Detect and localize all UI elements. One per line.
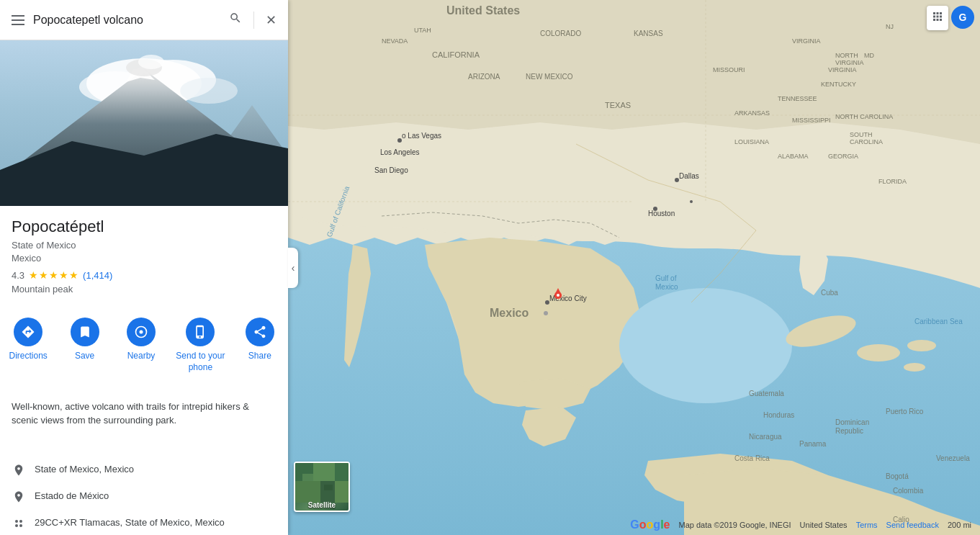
clear-icon[interactable]: ✕ <box>263 9 279 31</box>
plus-code-text: 29CC+XR Tlamacas, State of Mexico, Mexic… <box>35 516 225 530</box>
svg-rect-88 <box>320 481 335 503</box>
directions-icon <box>14 318 42 346</box>
rating-number: 4.3 <box>12 270 24 281</box>
star-1: ★ <box>29 269 38 281</box>
svg-point-75 <box>690 200 693 203</box>
svg-text:NORTH: NORTH <box>835 52 858 59</box>
avatar-initial: G <box>959 12 967 23</box>
info-section: State of Mexico, Mexico Estado de México <box>0 451 288 535</box>
svg-text:Houston: Houston <box>648 210 675 217</box>
svg-text:NORTH CAROLINA: NORTH CAROLINA <box>835 113 893 120</box>
svg-text:KANSAS: KANSAS <box>634 30 663 37</box>
map-copyright: Map data ©2019 Google, INEGI <box>678 521 791 529</box>
google-logo: Google <box>630 518 670 531</box>
send-to-phone-icon <box>186 318 215 346</box>
action-buttons: Directions Save Nearby Send to your phon… <box>0 312 288 382</box>
satellite-label: Satellite <box>295 501 349 509</box>
svg-text:KENTUCKY: KENTUCKY <box>821 81 856 88</box>
save-icon <box>71 318 99 346</box>
svg-point-18 <box>857 344 900 361</box>
location-icon-2 <box>12 490 26 504</box>
rating-row: 4.3 ★ ★ ★ ★ ★ (1,414) <box>12 269 277 281</box>
map-country: United States <box>800 521 848 529</box>
search-input-wrap <box>33 14 220 27</box>
svg-text:Cuba: Cuba <box>821 289 838 297</box>
svg-text:Dallas: Dallas <box>679 172 699 180</box>
svg-text:Caribbean Sea: Caribbean Sea <box>914 318 963 325</box>
map-area[interactable]: CALIFORNIA NEVADA UTAH COLORADO KANSAS M… <box>288 0 980 535</box>
search-bar: ✕ <box>0 0 288 40</box>
nearby-label: Nearby <box>127 351 156 362</box>
place-info: Popocatépetl State of Mexico Mexico 4.3 … <box>0 206 288 300</box>
hero-image <box>0 40 288 206</box>
svg-point-16 <box>619 288 792 403</box>
svg-text:MISSISSIPPI: MISSISSIPPI <box>792 117 831 124</box>
svg-text:Republic: Republic <box>835 427 863 435</box>
save-button[interactable]: Save <box>63 318 107 373</box>
map-svg: CALIFORNIA NEVADA UTAH COLORADO KANSAS M… <box>288 0 980 535</box>
place-name: Popocatépetl <box>12 217 277 236</box>
send-to-phone-button[interactable]: Send to your phone <box>176 318 225 373</box>
search-input[interactable] <box>33 14 220 27</box>
terms-link[interactable]: Terms <box>856 521 878 529</box>
svg-text:NEVADA: NEVADA <box>382 37 408 45</box>
svg-rect-87 <box>295 481 320 503</box>
svg-rect-89 <box>335 481 350 503</box>
plus-code-icon <box>12 516 26 531</box>
search-icon[interactable] <box>226 9 245 31</box>
sidebar: ✕ <box>0 0 288 535</box>
location-row-2[interactable]: Estado de México <box>0 483 288 510</box>
hamburger-menu[interactable] <box>9 12 27 28</box>
svg-text:San Diego: San Diego <box>374 166 408 174</box>
svg-point-4 <box>180 78 238 104</box>
location-text-1: State of Mexico, Mexico <box>35 462 134 477</box>
svg-text:FLORIDA: FLORIDA <box>878 178 907 185</box>
star-half: ★ <box>69 269 78 281</box>
svg-text:GEORGIA: GEORGIA <box>828 153 858 160</box>
svg-point-10 <box>138 55 164 69</box>
svg-text:ARKANSAS: ARKANSAS <box>734 109 770 117</box>
svg-text:NEW MEXICO: NEW MEXICO <box>526 73 573 81</box>
svg-text:Gulf of: Gulf of <box>655 274 677 282</box>
svg-text:MD: MD <box>864 52 874 59</box>
apps-button[interactable] <box>927 6 948 30</box>
place-address-line2: Mexico <box>12 252 277 265</box>
svg-text:TENNESSEE: TENNESSEE <box>778 95 817 102</box>
share-label: Share <box>248 351 271 362</box>
svg-text:NJ: NJ <box>886 23 894 30</box>
svg-text:UTAH: UTAH <box>414 27 431 34</box>
nearby-button[interactable]: Nearby <box>120 318 163 373</box>
collapse-sidebar-button[interactable]: ‹ <box>288 248 298 288</box>
place-type: Mountain peak <box>12 284 277 295</box>
svg-text:United States: United States <box>446 4 520 17</box>
location-icon-1 <box>12 463 26 477</box>
rating-count[interactable]: (1,414) <box>83 270 112 281</box>
user-avatar[interactable]: G <box>951 6 974 29</box>
svg-text:Mexico: Mexico <box>655 283 678 291</box>
nearby-icon <box>127 318 156 346</box>
location-row-1[interactable]: State of Mexico, Mexico <box>0 457 288 483</box>
send-feedback-link[interactable]: Send feedback <box>886 521 939 529</box>
star-2: ★ <box>39 269 48 281</box>
svg-text:VIRGINIA: VIRGINIA <box>835 59 864 66</box>
svg-text:Costa Rica: Costa Rica <box>734 454 770 462</box>
svg-text:ARIZONA: ARIZONA <box>468 73 500 81</box>
search-divider <box>253 12 254 29</box>
plus-code-row[interactable]: 29CC+XR Tlamacas, State of Mexico, Mexic… <box>0 510 288 535</box>
svg-text:COLORADO: COLORADO <box>540 30 581 37</box>
svg-text:VIRGINIA: VIRGINIA <box>792 37 821 45</box>
svg-rect-91 <box>324 485 333 490</box>
svg-text:Nicaragua: Nicaragua <box>749 433 782 441</box>
svg-point-19 <box>907 340 936 351</box>
svg-text:SOUTH: SOUTH <box>850 131 873 138</box>
svg-text:Colombia: Colombia <box>893 487 924 495</box>
svg-point-20 <box>904 363 925 372</box>
satellite-toggle[interactable]: Satellite <box>294 462 350 512</box>
svg-point-80 <box>544 311 548 315</box>
directions-button[interactable]: Directions <box>6 318 50 373</box>
svg-text:LOUISIANA: LOUISIANA <box>734 138 769 145</box>
map-bottom-bar: Google Map data ©2019 Google, INEGI Unit… <box>288 515 980 535</box>
share-button[interactable]: Share <box>238 318 282 373</box>
svg-text:Honduras: Honduras <box>763 411 794 419</box>
svg-text:Guatemala: Guatemala <box>749 390 784 397</box>
